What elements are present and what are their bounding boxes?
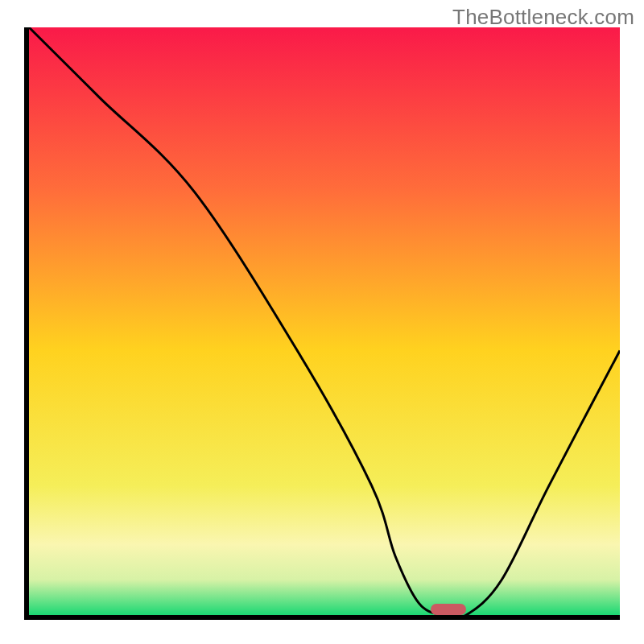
chart-plot-area xyxy=(24,27,620,620)
optimal-marker xyxy=(431,604,466,615)
chart-inner xyxy=(29,27,620,615)
watermark-text: TheBottleneck.com xyxy=(452,5,634,30)
bottleneck-curve xyxy=(29,27,620,615)
